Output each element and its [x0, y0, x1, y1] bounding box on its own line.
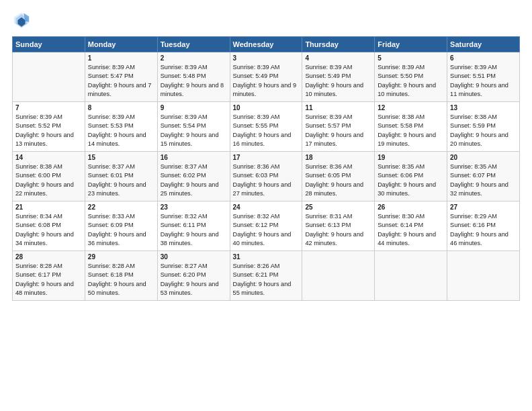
calendar-cell: 28Sunrise: 8:28 AMSunset: 6:17 PMDayligh… [13, 251, 85, 301]
calendar-cell: 26Sunrise: 8:30 AMSunset: 6:14 PMDayligh… [375, 201, 447, 251]
day-number: 22 [88, 203, 154, 211]
day-number: 7 [15, 104, 82, 111]
day-number: 6 [450, 54, 517, 62]
day-number: 28 [15, 253, 82, 261]
calendar-cell: 24Sunrise: 8:32 AMSunset: 6:12 PMDayligh… [230, 201, 302, 251]
cell-content: Sunrise: 8:35 AMSunset: 6:07 PMDaylight:… [450, 163, 517, 198]
cell-content: Sunrise: 8:39 AMSunset: 5:49 PMDaylight:… [305, 63, 371, 99]
calendar-cell: 17Sunrise: 8:36 AMSunset: 6:03 PMDayligh… [230, 152, 302, 201]
cell-content: Sunrise: 8:39 AMSunset: 5:52 PMDaylight:… [15, 113, 82, 148]
col-header-thursday: Thursday [302, 37, 375, 52]
calendar-cell: 3Sunrise: 8:39 AMSunset: 5:49 PMDaylight… [230, 52, 302, 102]
cell-content: Sunrise: 8:39 AMSunset: 5:47 PMDaylight:… [88, 63, 154, 99]
day-number: 9 [161, 104, 227, 111]
cell-content: Sunrise: 8:36 AMSunset: 6:03 PMDaylight:… [233, 163, 300, 198]
cell-content: Sunrise: 8:26 AMSunset: 6:21 PMDaylight:… [233, 262, 300, 298]
calendar-cell: 2Sunrise: 8:39 AMSunset: 5:48 PMDaylight… [157, 52, 230, 102]
cell-content: Sunrise: 8:30 AMSunset: 6:14 PMDaylight:… [378, 212, 444, 248]
calendar-cell: 16Sunrise: 8:37 AMSunset: 6:02 PMDayligh… [157, 152, 230, 201]
cell-content: Sunrise: 8:31 AMSunset: 6:13 PMDaylight:… [305, 212, 371, 248]
calendar-week-3: 14Sunrise: 8:38 AMSunset: 6:00 PMDayligh… [13, 152, 520, 201]
calendar-cell: 29Sunrise: 8:28 AMSunset: 6:18 PMDayligh… [85, 251, 157, 301]
logo-icon [12, 11, 31, 30]
calendar-cell: 12Sunrise: 8:38 AMSunset: 5:58 PMDayligh… [375, 102, 447, 152]
calendar-cell: 6Sunrise: 8:39 AMSunset: 5:51 PMDaylight… [447, 52, 520, 102]
calendar-cell: 1Sunrise: 8:39 AMSunset: 5:47 PMDaylight… [85, 52, 157, 102]
calendar-body: 1Sunrise: 8:39 AMSunset: 5:47 PMDaylight… [13, 52, 520, 301]
cell-content: Sunrise: 8:28 AMSunset: 6:18 PMDaylight:… [88, 262, 154, 298]
day-number: 29 [88, 253, 154, 261]
calendar-cell: 19Sunrise: 8:35 AMSunset: 6:06 PMDayligh… [375, 152, 447, 201]
day-number: 25 [305, 203, 371, 211]
cell-content: Sunrise: 8:32 AMSunset: 6:11 PMDaylight:… [161, 212, 227, 248]
calendar-week-5: 28Sunrise: 8:28 AMSunset: 6:17 PMDayligh… [13, 251, 520, 301]
day-number: 31 [233, 253, 300, 261]
calendar-header-row: SundayMondayTuesdayWednesdayThursdayFrid… [13, 37, 520, 52]
calendar-cell: 18Sunrise: 8:36 AMSunset: 6:05 PMDayligh… [302, 152, 375, 201]
cell-content: Sunrise: 8:27 AMSunset: 6:20 PMDaylight:… [161, 262, 227, 298]
calendar-cell: 11Sunrise: 8:39 AMSunset: 5:57 PMDayligh… [302, 102, 375, 152]
day-number: 15 [88, 154, 154, 161]
day-number: 4 [305, 54, 371, 62]
calendar-cell: 14Sunrise: 8:38 AMSunset: 6:00 PMDayligh… [13, 152, 85, 201]
calendar-cell [13, 52, 85, 102]
cell-content: Sunrise: 8:34 AMSunset: 6:08 PMDaylight:… [15, 212, 82, 248]
calendar-cell: 15Sunrise: 8:37 AMSunset: 6:01 PMDayligh… [85, 152, 157, 201]
cell-content: Sunrise: 8:29 AMSunset: 6:16 PMDaylight:… [450, 212, 517, 248]
day-number: 3 [233, 54, 300, 62]
day-number: 8 [88, 104, 154, 111]
calendar-week-2: 7Sunrise: 8:39 AMSunset: 5:52 PMDaylight… [13, 102, 520, 152]
day-number: 19 [378, 154, 444, 161]
calendar-cell: 31Sunrise: 8:26 AMSunset: 6:21 PMDayligh… [230, 251, 302, 301]
page: SundayMondayTuesdayWednesdayThursdayFrid… [0, 0, 532, 411]
cell-content: Sunrise: 8:38 AMSunset: 5:58 PMDaylight:… [378, 113, 444, 148]
col-header-sunday: Sunday [13, 37, 85, 52]
day-number: 26 [378, 203, 444, 211]
calendar-cell: 23Sunrise: 8:32 AMSunset: 6:11 PMDayligh… [157, 201, 230, 251]
col-header-wednesday: Wednesday [230, 37, 302, 52]
cell-content: Sunrise: 8:39 AMSunset: 5:53 PMDaylight:… [88, 113, 154, 148]
cell-content: Sunrise: 8:39 AMSunset: 5:48 PMDaylight:… [161, 63, 227, 99]
cell-content: Sunrise: 8:39 AMSunset: 5:57 PMDaylight:… [305, 113, 371, 148]
day-number: 5 [378, 54, 444, 62]
day-number: 17 [233, 154, 300, 161]
day-number: 20 [450, 154, 517, 161]
cell-content: Sunrise: 8:37 AMSunset: 6:02 PMDaylight:… [161, 163, 227, 198]
cell-content: Sunrise: 8:39 AMSunset: 5:49 PMDaylight:… [233, 63, 300, 99]
cell-content: Sunrise: 8:37 AMSunset: 6:01 PMDaylight:… [88, 163, 154, 198]
cell-content: Sunrise: 8:36 AMSunset: 6:05 PMDaylight:… [305, 163, 371, 198]
logo [12, 11, 34, 30]
day-number: 11 [305, 104, 371, 111]
day-number: 23 [161, 203, 227, 211]
calendar-cell [447, 251, 520, 301]
calendar-cell: 4Sunrise: 8:39 AMSunset: 5:49 PMDaylight… [302, 52, 375, 102]
cell-content: Sunrise: 8:33 AMSunset: 6:09 PMDaylight:… [88, 212, 154, 248]
day-number: 21 [15, 203, 82, 211]
calendar-week-4: 21Sunrise: 8:34 AMSunset: 6:08 PMDayligh… [13, 201, 520, 251]
day-number: 2 [161, 54, 227, 62]
day-number: 14 [15, 154, 82, 161]
col-header-monday: Monday [85, 37, 157, 52]
day-number: 30 [161, 253, 227, 261]
col-header-friday: Friday [375, 37, 447, 52]
day-number: 12 [378, 104, 444, 111]
cell-content: Sunrise: 8:38 AMSunset: 5:59 PMDaylight:… [450, 113, 517, 148]
cell-content: Sunrise: 8:32 AMSunset: 6:12 PMDaylight:… [233, 212, 300, 248]
cell-content: Sunrise: 8:28 AMSunset: 6:17 PMDaylight:… [15, 262, 82, 298]
cell-content: Sunrise: 8:39 AMSunset: 5:54 PMDaylight:… [161, 113, 227, 148]
calendar-cell: 5Sunrise: 8:39 AMSunset: 5:50 PMDaylight… [375, 52, 447, 102]
cell-content: Sunrise: 8:35 AMSunset: 6:06 PMDaylight:… [378, 163, 444, 198]
calendar-cell: 30Sunrise: 8:27 AMSunset: 6:20 PMDayligh… [157, 251, 230, 301]
day-number: 24 [233, 203, 300, 211]
col-header-tuesday: Tuesday [157, 37, 230, 52]
calendar-cell: 7Sunrise: 8:39 AMSunset: 5:52 PMDaylight… [13, 102, 85, 152]
cell-content: Sunrise: 8:39 AMSunset: 5:51 PMDaylight:… [450, 63, 517, 99]
calendar-cell: 10Sunrise: 8:39 AMSunset: 5:55 PMDayligh… [230, 102, 302, 152]
calendar-cell [302, 251, 375, 301]
calendar-cell: 25Sunrise: 8:31 AMSunset: 6:13 PMDayligh… [302, 201, 375, 251]
day-number: 1 [88, 54, 154, 62]
col-header-saturday: Saturday [447, 37, 520, 52]
day-number: 13 [450, 104, 517, 111]
header [12, 11, 520, 30]
cell-content: Sunrise: 8:39 AMSunset: 5:50 PMDaylight:… [378, 63, 444, 99]
